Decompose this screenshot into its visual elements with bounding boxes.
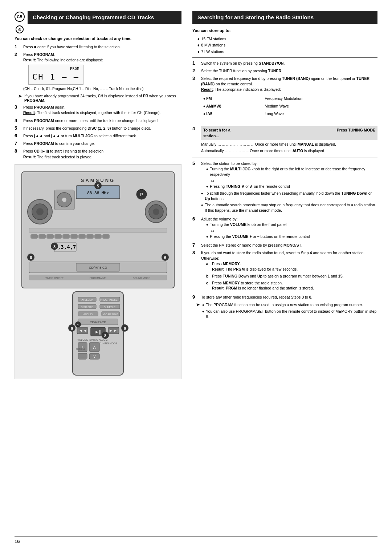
svg-rect-16 (47, 235, 53, 238)
right-store-label: You can store up to: (192, 28, 377, 33)
svg-point-9 (153, 208, 159, 215)
step5-bullet-2: ♦ Pressing TUNING ∨ or ∧ on the remote c… (206, 184, 377, 189)
right-step-1-content: Switch the system on by pressing STANDBY… (201, 61, 377, 66)
step4-header: To search for astation... Press TUNING M… (201, 126, 377, 140)
step-6-content: Press |◄◄ and |◄◄ or turn MULTI JOG to s… (23, 133, 181, 139)
svg-rect-14 (31, 235, 37, 238)
svg-text:8: 8 (53, 244, 56, 249)
store-item-mw: ♦ 8 MW stations (197, 42, 377, 48)
svg-text:∧: ∧ (93, 344, 96, 350)
right-step-8-num: 8 (192, 250, 199, 255)
svg-text:PROGRAMME: PROGRAMME (90, 277, 107, 279)
right-step-3-content: Select the required frequency band by pr… (201, 76, 377, 120)
step-5-content: If necessary, press the corresponding DI… (23, 126, 181, 131)
step4-row-manual: Manually ……………………… Once or more times un… (201, 142, 377, 147)
svg-text:1: 1 (77, 323, 79, 327)
step-2-num: 2 (15, 52, 21, 57)
svg-text:►►|: ►►| (109, 328, 119, 333)
right-step-9-content: To store any other radio frequencies req… (201, 295, 377, 300)
right-step-8-content: If you do not want to store the radio st… (201, 250, 377, 292)
band-table: ♦ FM Frequency Modulation ♦ AM(MW) Mediu… (201, 95, 377, 118)
step5-note-1: ♦ To scroll through the frequencies fast… (201, 191, 377, 201)
right-step-4-content: To search for astation... Press TUNING M… (201, 126, 377, 155)
step-6: 6 Press |◄◄ and |◄◄ or turn MULTI JOG to… (15, 133, 181, 139)
sub-step-c: c Press MEMORY to store the radio statio… (206, 280, 377, 291)
right-step-5-num: 5 (192, 161, 199, 166)
step5-bullet-1: ♦ Turning the MULTI JOG knob to the righ… (206, 166, 377, 177)
step-1-num: 1 (15, 44, 21, 49)
step-3: 3 Press PROGRAM again. Result: The first… (15, 105, 181, 116)
svg-rect-13 (29, 228, 167, 232)
right-step-1: 1 Switch the system on by pressing STAND… (192, 61, 377, 66)
step4-col1: To search for astation... (203, 127, 289, 138)
right-step-2-content: Select the TUNER function by pressing TU… (201, 68, 377, 74)
svg-text:6: 6 (30, 255, 32, 260)
right-step-7-num: 7 (192, 242, 199, 248)
svg-text:8: 8 (104, 333, 106, 338)
right-step-5: 5 Select the station to be stored by: ♦ … (192, 161, 377, 214)
step-4: 4 Press PROGRAM once or more times until… (15, 118, 181, 123)
step6-bullet-1: ♦ Turning the VOLUME knob on the front p… (206, 222, 377, 227)
svg-text:6: 6 (164, 255, 166, 260)
footer-note-1: ➤ ♦ The PROGRAM function can be used to … (196, 302, 377, 320)
svg-text:|◄◄: |◄◄ (78, 328, 87, 333)
store-item-lw: ♦ 7 LW stations (197, 49, 377, 54)
divider-2 (192, 123, 377, 123)
right-step-8: 8 If you do not want to store the radio … (192, 250, 377, 292)
right-step-7: 7 Select the FM stereo or mono mode by p… (192, 243, 377, 248)
svg-rect-22 (95, 235, 101, 238)
svg-rect-19 (71, 235, 77, 238)
right-section-title: Searching for and Storing the Radio Stat… (192, 11, 377, 24)
sub-step-b: b Press TUNING Down and Up to assign a p… (206, 274, 377, 279)
sub-step-a: a Press MEMORY. Result: The PRGM is disp… (206, 261, 377, 272)
right-step-6: 6 Adjust the volume by: ♦ Turning the VO… (192, 216, 377, 240)
circle-icon: ◎ (16, 25, 24, 33)
svg-text:MEDLEY: MEDLEY (83, 313, 93, 316)
step-3-content: Press PROGRAM again. Result: The first t… (23, 105, 181, 116)
right-step-4-num: 4 (192, 126, 199, 131)
svg-text:►||: ►|| (95, 329, 101, 335)
step6-bullet-2: ♦ Pressing the VOLUME + or – buttons on … (206, 234, 377, 239)
svg-text:SOUND MODE: SOUND MODE (133, 277, 151, 279)
svg-text:6: 6 (71, 326, 73, 331)
step6-bullets: ♦ Turning the VOLUME knob on the front p… (206, 222, 377, 239)
svg-point-6 (36, 208, 44, 215)
svg-text:CD/MP3-CD: CD/MP3-CD (89, 266, 107, 270)
right-step-2-num: 2 (192, 68, 199, 73)
right-step-9-num: 9 (192, 294, 199, 300)
right-step-9: 9 To store any other radio frequencies r… (192, 295, 377, 300)
right-step-2: 2 Select the TUNER function by pressing … (192, 68, 377, 74)
right-step-3: 3 Select the required frequency band by … (192, 76, 377, 120)
left-section-title: Checking or Changing Programmed CD Track… (28, 11, 181, 24)
svg-rect-21 (87, 235, 93, 238)
step-5: 5 If necessary, press the corresponding … (15, 126, 181, 131)
svg-text:GO REPEAT: GO REPEAT (103, 313, 118, 316)
step-7-num: 7 (15, 141, 21, 146)
store-item-fm: ♦ 15 FM stations (197, 36, 377, 42)
step-1-content: Press ■ once if you have started listeni… (23, 44, 181, 50)
store-list: ♦ 15 FM stations ♦ 8 MW stations ♦ 7 LW … (197, 36, 377, 54)
right-step-6-content: Adjust the volume by: ♦ Turning the VOLU… (201, 216, 377, 240)
step4-row-auto: Automatically ……………… Once or more times … (201, 148, 377, 154)
svg-text:TUNING MODE: TUNING MODE (99, 342, 117, 345)
step-3-num: 3 (15, 104, 21, 110)
step-8-content: Press CD (►||) to start listening to the… (23, 149, 181, 159)
svg-text:88.88 MHz: 88.88 MHz (87, 191, 109, 195)
svg-rect-15 (39, 235, 45, 238)
page: GB ◎ Checking or Changing Programmed CD … (0, 0, 392, 555)
right-step-5-content: Select the station to be stored by: ♦ Tu… (201, 161, 377, 214)
left-column: GB ◎ Checking or Changing Programmed CD … (15, 11, 181, 530)
right-step-4: 4 To search for astation... Press TUNING… (192, 126, 377, 155)
step-2: 2 Press PROGRAM. Result: The following i… (15, 52, 181, 92)
svg-text:P: P (140, 192, 143, 197)
divider-1 (192, 57, 377, 58)
svg-text:5: 5 (97, 184, 99, 188)
svg-text:DISC SKIP: DISC SKIP (81, 306, 94, 308)
svg-text:TUNING ALBUM: TUNING ALBUM (89, 339, 108, 341)
step4-col2: Press TUNING MODE (289, 127, 375, 138)
step-8: 8 Press CD (►||) to start listening to t… (15, 149, 181, 159)
svg-text:DECK 1/2: DECK 1/2 (76, 348, 86, 350)
svg-text:TIMER ON/OFF: TIMER ON/OFF (45, 277, 64, 279)
divider-3 (192, 158, 377, 158)
svg-text:PROGRAM/SET: PROGRAM/SET (100, 299, 119, 301)
